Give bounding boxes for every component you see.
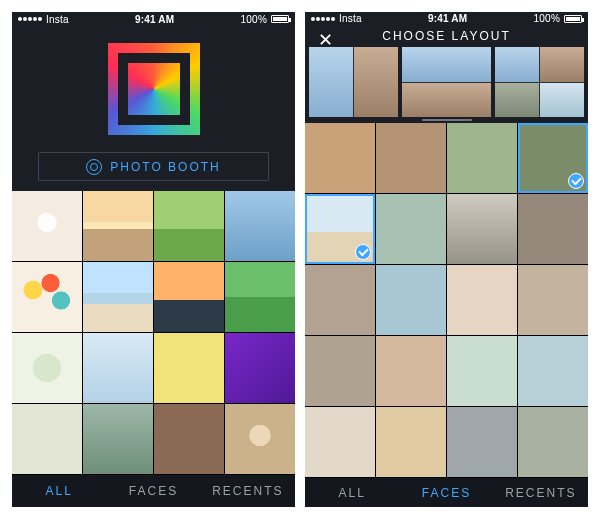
photo-thumbnail[interactable] bbox=[518, 194, 588, 264]
photo-booth-label: PHOTO BOOTH bbox=[110, 160, 220, 174]
tab-all[interactable]: ALL bbox=[305, 478, 399, 507]
photo-thumbnail[interactable] bbox=[83, 262, 153, 332]
photo-thumbnail[interactable] bbox=[376, 336, 446, 406]
photo-thumbnail[interactable] bbox=[376, 194, 446, 264]
bottom-tab-bar: ALL FACES RECENTS bbox=[305, 477, 588, 507]
layout-option[interactable] bbox=[495, 47, 584, 116]
layout-option[interactable] bbox=[402, 47, 491, 116]
photo-thumbnail[interactable] bbox=[305, 123, 375, 193]
photo-thumbnail[interactable] bbox=[518, 407, 588, 477]
tab-all[interactable]: ALL bbox=[12, 475, 106, 507]
carrier-label: Insta bbox=[339, 13, 362, 24]
tab-recents[interactable]: RECENTS bbox=[201, 475, 295, 507]
photo-thumbnail[interactable] bbox=[154, 404, 224, 474]
photo-thumbnail[interactable] bbox=[447, 265, 517, 335]
photo-thumbnail[interactable] bbox=[518, 336, 588, 406]
photo-thumbnail-selected[interactable] bbox=[518, 123, 588, 193]
battery-percent: 100% bbox=[534, 13, 560, 24]
tab-faces[interactable]: FACES bbox=[106, 475, 200, 507]
photo-thumbnail[interactable] bbox=[376, 407, 446, 477]
photo-booth-button[interactable]: PHOTO BOOTH bbox=[38, 152, 269, 182]
tab-recents[interactable]: RECENTS bbox=[494, 478, 588, 507]
carrier-label: Insta bbox=[46, 14, 69, 25]
bottom-tab-bar: ALL FACES RECENTS bbox=[12, 474, 295, 507]
screenshot-right: Insta 9:41 AM 100% ✕ CHOOSE LAYOUT bbox=[305, 12, 588, 507]
photo-thumbnail[interactable] bbox=[225, 333, 295, 403]
panel-drag-handle[interactable] bbox=[305, 117, 588, 124]
photo-thumbnail[interactable] bbox=[12, 404, 82, 474]
photo-thumbnail[interactable] bbox=[305, 336, 375, 406]
battery-icon bbox=[564, 15, 582, 23]
photo-thumbnail[interactable] bbox=[376, 265, 446, 335]
battery-percent: 100% bbox=[241, 14, 267, 25]
signal-icon bbox=[18, 17, 42, 21]
app-logo-region bbox=[12, 27, 295, 152]
photo-thumbnail[interactable] bbox=[447, 407, 517, 477]
photo-thumbnail[interactable] bbox=[154, 333, 224, 403]
photo-thumbnail[interactable] bbox=[154, 191, 224, 261]
photo-thumbnail[interactable] bbox=[305, 265, 375, 335]
layout-options-row[interactable] bbox=[305, 47, 588, 116]
faces-photo-grid[interactable] bbox=[305, 123, 588, 477]
photo-thumbnail[interactable] bbox=[305, 407, 375, 477]
photo-thumbnail[interactable] bbox=[447, 336, 517, 406]
status-bar: Insta 9:41 AM 100% bbox=[12, 12, 295, 27]
clock: 9:41 AM bbox=[428, 13, 467, 24]
photo-thumbnail[interactable] bbox=[12, 191, 82, 261]
photo-thumbnail[interactable] bbox=[12, 262, 82, 332]
photo-grid[interactable] bbox=[12, 191, 295, 474]
signal-icon bbox=[311, 17, 335, 21]
layout-option[interactable] bbox=[309, 47, 398, 116]
photo-thumbnail[interactable] bbox=[83, 404, 153, 474]
selected-check-icon bbox=[568, 173, 584, 189]
status-bar: Insta 9:41 AM 100% bbox=[305, 12, 588, 25]
photo-thumbnail[interactable] bbox=[154, 262, 224, 332]
photo-thumbnail[interactable] bbox=[225, 404, 295, 474]
screenshot-left: Insta 9:41 AM 100% PHOTO BOOTH bbox=[12, 12, 295, 507]
photo-thumbnail[interactable] bbox=[518, 265, 588, 335]
header-title: CHOOSE LAYOUT bbox=[382, 29, 510, 43]
photo-thumbnail[interactable] bbox=[447, 194, 517, 264]
photo-thumbnail[interactable] bbox=[225, 191, 295, 261]
photo-thumbnail[interactable] bbox=[225, 262, 295, 332]
battery-icon bbox=[271, 15, 289, 23]
photo-thumbnail[interactable] bbox=[447, 123, 517, 193]
selected-check-icon bbox=[355, 244, 371, 260]
choose-layout-header: ✕ CHOOSE LAYOUT bbox=[305, 25, 588, 47]
photo-thumbnail[interactable] bbox=[83, 333, 153, 403]
clock: 9:41 AM bbox=[135, 14, 174, 25]
photo-thumbnail[interactable] bbox=[12, 333, 82, 403]
camera-shutter-icon bbox=[86, 159, 102, 175]
photo-thumbnail[interactable] bbox=[83, 191, 153, 261]
photo-thumbnail-selected[interactable] bbox=[305, 194, 375, 264]
photo-thumbnail[interactable] bbox=[376, 123, 446, 193]
tab-faces[interactable]: FACES bbox=[399, 478, 493, 507]
layout-app-icon bbox=[108, 43, 200, 135]
